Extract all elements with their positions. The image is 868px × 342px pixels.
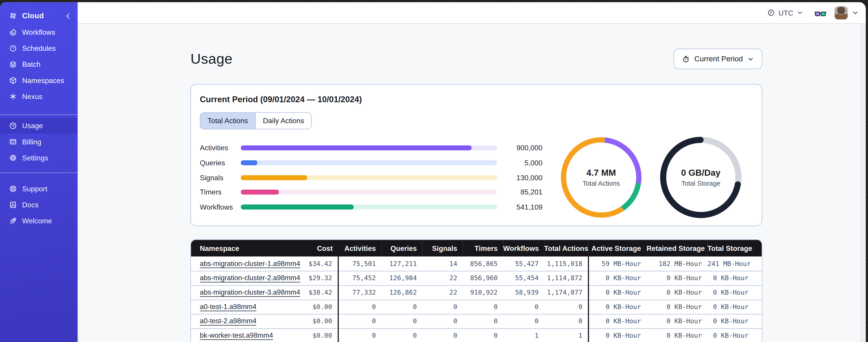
cell-total-storage: 0 KB-Hour bbox=[707, 271, 762, 285]
namespaces-icon bbox=[9, 76, 17, 84]
namespace-link[interactable]: a0-test-1.a98mm4 bbox=[200, 303, 256, 311]
cell-signals: 14 bbox=[423, 256, 463, 271]
reading-glasses-icon[interactable] bbox=[814, 8, 827, 17]
bar-track bbox=[241, 160, 497, 165]
cell-retained-storage: 182 MB-Hour bbox=[647, 256, 708, 271]
welcome-icon bbox=[9, 216, 17, 225]
period-selector-button[interactable]: Current Period bbox=[674, 49, 762, 69]
cell-total-actions: 0 bbox=[544, 314, 589, 329]
bar-fill bbox=[241, 160, 257, 165]
cell-total-actions: 1,174,077 bbox=[544, 285, 589, 300]
bar-value: 5,000 bbox=[504, 159, 543, 167]
chevron-down-icon bbox=[797, 9, 803, 16]
cell-active-storage: 0 KB-Hour bbox=[589, 285, 647, 300]
tab-total-actions[interactable]: Total Actions bbox=[200, 113, 255, 129]
card-title: Current Period (09/01/2024 — 10/01/2024) bbox=[191, 94, 762, 105]
cell-signals: 22 bbox=[423, 271, 463, 285]
user-avatar[interactable] bbox=[834, 6, 848, 20]
column-header-total-storage: Total Storage bbox=[707, 240, 762, 256]
bar-track bbox=[241, 175, 497, 180]
sidebar-item-usage[interactable]: Usage bbox=[0, 118, 78, 134]
sidebar-item-billing[interactable]: Billing bbox=[0, 134, 78, 150]
current-period-card: Current Period (09/01/2024 — 10/01/2024)… bbox=[190, 84, 762, 226]
sidebar-group-main: Workflows Schedules Batch Namespaces Nex… bbox=[0, 24, 78, 104]
namespace-link[interactable]: a0-test-2.a98mm4 bbox=[200, 317, 256, 325]
cell-namespace: abs-migration-cluster-2.a98mm4 bbox=[191, 271, 285, 285]
namespace-link[interactable]: abs-migration-cluster-1.a98mm4 bbox=[200, 260, 300, 267]
column-header-workflows: Workflows bbox=[503, 240, 544, 256]
sidebar-item-nexus[interactable]: Nexus bbox=[0, 89, 78, 104]
page-title: Usage bbox=[190, 50, 233, 67]
main-area: UTC Usage Current Period bbox=[78, 2, 866, 342]
desktop: Cloud Workflows Schedules Batch Namespac… bbox=[0, 0, 868, 342]
cell-total-actions: 1,114,872 bbox=[544, 271, 589, 285]
cell-signals: 0 bbox=[423, 328, 463, 342]
namespace-usage-table-card: NamespaceCostActivitiesQueriesSignalsTim… bbox=[190, 239, 762, 342]
title-row: Usage Current Period bbox=[190, 49, 762, 69]
namespace-link[interactable]: abs-migration-cluster-2.a98mm4 bbox=[200, 274, 300, 282]
namespace-link[interactable]: abs-migration-cluster-3.a98mm4 bbox=[200, 288, 300, 296]
sidebar-item-workflows[interactable]: Workflows bbox=[0, 24, 78, 40]
sidebar-item-welcome[interactable]: Welcome bbox=[0, 213, 78, 229]
bar-value: 900,000 bbox=[504, 144, 543, 152]
total-actions-caption: Total Actions bbox=[583, 179, 620, 187]
topbar: UTC bbox=[78, 2, 866, 24]
cell-queries: 126,984 bbox=[381, 271, 422, 285]
cell-total-actions: 1,115,018 bbox=[544, 256, 589, 271]
cell-timers: 856,865 bbox=[463, 256, 503, 271]
cell-activities: 0 bbox=[338, 300, 381, 314]
temporal-logo-icon bbox=[9, 11, 17, 20]
cell-active-storage: 0 KB-Hour bbox=[589, 314, 647, 329]
nexus-icon bbox=[9, 92, 17, 101]
cell-namespace: abs-migration-cluster-3.a98mm4 bbox=[191, 285, 285, 300]
total-actions-donut: 4.7 MM Total Actions bbox=[560, 136, 642, 218]
total-storage-caption: Total Storage bbox=[681, 179, 720, 187]
sidebar-item-schedules[interactable]: Schedules bbox=[0, 40, 78, 57]
namespace-link[interactable]: bk-worker-test.a98mm4 bbox=[200, 332, 273, 340]
column-header-activities: Activities bbox=[338, 240, 381, 256]
usage-bar-row-timers: Timers 85,201 bbox=[200, 190, 543, 195]
cell-namespace: a0-test-1.a98mm4 bbox=[191, 300, 285, 314]
stopwatch-icon bbox=[682, 55, 690, 63]
bar-track bbox=[241, 204, 497, 209]
cell-workflows: 0 bbox=[503, 314, 544, 329]
cell-cost: $0.00 bbox=[285, 314, 338, 329]
sidebar-item-namespaces[interactable]: Namespaces bbox=[0, 72, 78, 89]
sidebar-item-settings[interactable]: Settings bbox=[0, 150, 78, 166]
column-header-active-storage: Active Storage bbox=[589, 240, 647, 256]
cell-queries: 126,862 bbox=[381, 285, 422, 300]
page-content: Usage Current Period Current Period (09/… bbox=[78, 24, 866, 342]
docs-icon bbox=[9, 201, 17, 209]
column-header-namespace: Namespace bbox=[191, 240, 285, 256]
sidebar-item-support[interactable]: Support bbox=[0, 181, 78, 197]
timezone-label: UTC bbox=[778, 8, 793, 17]
sidebar-divider bbox=[0, 114, 78, 115]
cell-activities: 0 bbox=[338, 314, 381, 329]
cell-timers: 910,922 bbox=[463, 285, 503, 300]
total-storage-value: 0 GB/Day bbox=[681, 168, 720, 178]
bar-label: Signals bbox=[200, 173, 234, 181]
sidebar-item-docs[interactable]: Docs bbox=[0, 197, 78, 213]
chevron-down-icon[interactable] bbox=[852, 9, 859, 16]
scrollbar[interactable] bbox=[861, 24, 866, 342]
sidebar-item-batch[interactable]: Batch bbox=[0, 57, 78, 72]
sidebar-collapse-button[interactable] bbox=[64, 12, 72, 20]
cell-workflows: 0 bbox=[503, 300, 544, 314]
sidebar-group-account: Usage Billing Settings bbox=[0, 118, 78, 166]
cell-timers: 0 bbox=[463, 328, 503, 342]
bar-label: Timers bbox=[200, 188, 234, 196]
bar-label: Activities bbox=[200, 144, 234, 152]
cell-active-storage: 0 KB-Hour bbox=[589, 328, 647, 342]
table-row: abs-migration-cluster-1.a98mm4$34.4275,5… bbox=[191, 256, 762, 271]
support-icon bbox=[9, 184, 17, 193]
bar-fill bbox=[241, 175, 308, 180]
cell-workflows: 55,427 bbox=[503, 256, 544, 271]
timezone-selector[interactable]: UTC bbox=[768, 8, 803, 17]
tab-daily-actions[interactable]: Daily Actions bbox=[255, 113, 312, 129]
cell-signals: 0 bbox=[423, 314, 463, 329]
cell-timers: 0 bbox=[463, 314, 503, 329]
sidebar-divider bbox=[0, 172, 78, 173]
table-row: a0-test-2.a98mm4$0.000000000 KB-Hour0 KB… bbox=[191, 314, 762, 329]
schedules-icon bbox=[9, 44, 17, 53]
chevron-left-icon bbox=[64, 12, 72, 20]
